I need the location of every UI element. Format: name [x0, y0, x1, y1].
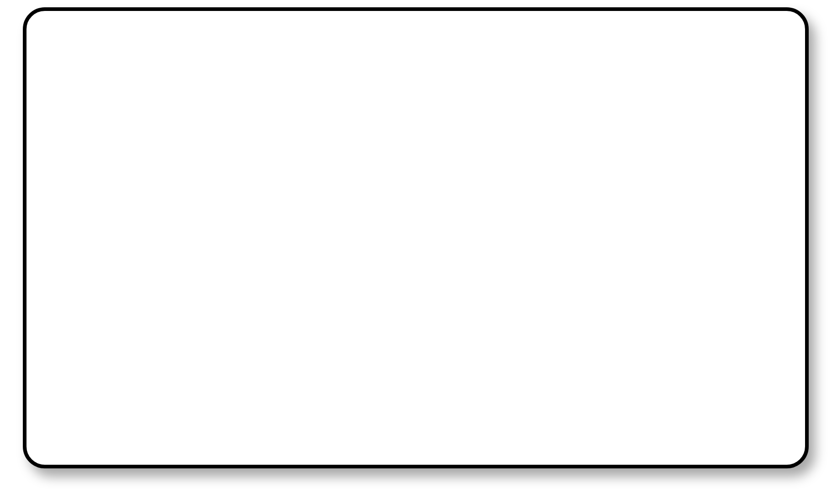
chart-left	[51, 102, 410, 449]
page-subtitle	[26, 22, 805, 42]
chart-right	[421, 102, 780, 449]
charts-row	[51, 102, 780, 449]
lesson-card	[23, 7, 809, 468]
